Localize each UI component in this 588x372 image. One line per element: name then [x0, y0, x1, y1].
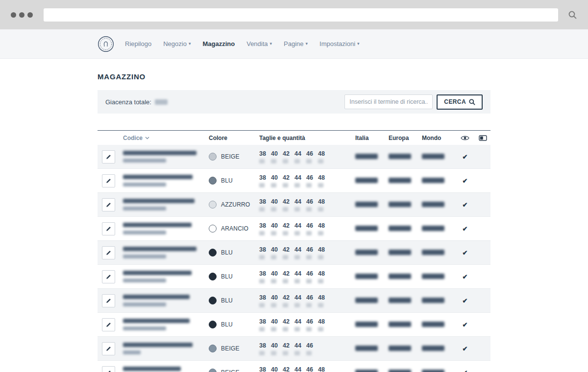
code-line-redacted	[123, 367, 181, 371]
nav-item-pagine[interactable]: Pagine ▾	[284, 40, 308, 47]
nav-item-riepilogo[interactable]: Riepilogo ▾	[125, 40, 151, 47]
size-quantity: 40	[271, 222, 283, 235]
size-label: 48	[318, 222, 330, 229]
code-line-redacted	[123, 223, 192, 227]
size-quantity: 38	[259, 150, 271, 163]
size-quantity: 40	[271, 294, 283, 307]
codice-header-label: Codice	[123, 135, 143, 141]
edit-button[interactable]	[102, 270, 115, 283]
size-label: 40	[271, 294, 283, 301]
table-body: BEIGE 384042444648 ✔ BLU 384042444648	[98, 145, 490, 372]
color-name: BLU	[221, 321, 233, 328]
price-mondo-redacted	[422, 298, 444, 303]
color-swatch	[209, 153, 217, 161]
edit-button[interactable]	[102, 246, 115, 259]
size-quantity: 44	[294, 270, 306, 283]
quantity-redacted	[306, 255, 312, 259]
color-name: BLU	[221, 273, 233, 280]
quantity-redacted	[259, 183, 265, 187]
brand-logo[interactable]	[98, 36, 114, 52]
browser-search-icon[interactable]	[568, 10, 577, 20]
quantity-redacted	[283, 159, 288, 163]
column-header-codice[interactable]: Codice	[123, 135, 149, 141]
size-label: 38	[259, 366, 271, 372]
nav-item-label: Negozio	[163, 40, 187, 47]
table-row: BEIGE 384042444648 ✔	[98, 361, 490, 372]
size-quantity: 48	[318, 318, 330, 331]
size-quantity: 38	[259, 198, 271, 211]
price-italia-redacted	[355, 370, 378, 372]
quantity-redacted	[271, 303, 276, 307]
price-europa-redacted	[389, 274, 411, 279]
nav-item-label: Vendita	[246, 40, 268, 47]
color-swatch	[209, 345, 217, 352]
size-label: 42	[283, 294, 294, 301]
address-bar[interactable]	[44, 8, 558, 22]
sizes-list: 384042444648	[259, 246, 355, 259]
edit-button[interactable]	[102, 294, 115, 307]
edit-button[interactable]	[102, 366, 115, 372]
size-quantity: 48	[318, 294, 330, 307]
size-quantity: 38	[259, 366, 271, 372]
size-quantity: 42	[283, 270, 294, 283]
window-controls[interactable]	[11, 12, 33, 18]
color-swatch	[209, 369, 217, 372]
nav-item-impostazioni[interactable]: Impostazioni ▾	[319, 40, 360, 47]
price-mondo-redacted	[422, 202, 444, 207]
main-content: MAGAZZINO Giacenza totale: CERCA Codice	[98, 59, 490, 372]
price-italia-redacted	[355, 250, 378, 255]
table-row: BLU 384042444648 ✔	[98, 241, 490, 265]
nav-item-negozio[interactable]: Negozio ▾	[163, 40, 191, 47]
size-quantity: 42	[283, 222, 294, 235]
size-quantity: 38	[259, 342, 271, 355]
size-quantity: 40	[271, 342, 283, 355]
search-button-label: CERCA	[444, 98, 466, 105]
edit-button[interactable]	[102, 150, 115, 163]
product-code-redacted	[123, 367, 209, 372]
size-label: 44	[294, 174, 306, 181]
nav-item-vendita[interactable]: Vendita ▾	[246, 40, 272, 47]
toggle-icon	[479, 135, 487, 141]
size-label: 46	[306, 150, 318, 157]
edit-button[interactable]	[102, 198, 115, 211]
quantity-redacted	[294, 207, 300, 211]
quantity-redacted	[294, 159, 300, 163]
price-europa-redacted	[389, 370, 411, 372]
size-label: 44	[294, 318, 306, 325]
chevron-down-icon: ▾	[189, 42, 191, 46]
published-check-icon: ✔	[463, 201, 468, 209]
edit-button[interactable]	[102, 222, 115, 235]
size-label: 44	[294, 198, 306, 205]
product-code-redacted	[123, 199, 209, 210]
code-line-redacted	[123, 175, 193, 179]
inventory-table: Codice Colore Taglie e quantità Italia E…	[98, 130, 490, 372]
edit-button[interactable]	[102, 318, 115, 331]
search-button[interactable]: CERCA	[437, 94, 483, 110]
price-italia-redacted	[355, 178, 378, 183]
quantity-redacted	[271, 159, 276, 163]
price-europa-redacted	[389, 298, 411, 303]
quantity-redacted	[318, 279, 323, 283]
color-name: BEIGE	[221, 369, 240, 372]
published-check-icon: ✔	[463, 345, 468, 352]
size-label: 46	[306, 198, 318, 205]
quantity-redacted	[271, 351, 276, 355]
price-italia-redacted	[355, 298, 378, 303]
edit-button[interactable]	[102, 174, 115, 187]
quantity-redacted	[283, 351, 288, 355]
product-code-redacted	[123, 295, 209, 306]
column-header-taglie: Taglie e quantità	[259, 135, 355, 141]
price-mondo-redacted	[422, 274, 444, 279]
table-row: ARANCIO 384042444648 ✔	[98, 217, 490, 241]
published-check-icon: ✔	[463, 369, 468, 372]
edit-button[interactable]	[102, 342, 115, 355]
search-input[interactable]	[344, 94, 433, 109]
size-quantity: 40	[271, 150, 283, 163]
size-label: 38	[259, 150, 271, 157]
eye-icon	[461, 135, 469, 141]
color-name: BLU	[221, 297, 233, 304]
size-quantity: 46	[306, 366, 318, 372]
nav-item-magazzino[interactable]: Magazzino ▾	[202, 40, 235, 47]
size-quantity: 46	[306, 294, 318, 307]
pencil-icon	[105, 226, 112, 232]
